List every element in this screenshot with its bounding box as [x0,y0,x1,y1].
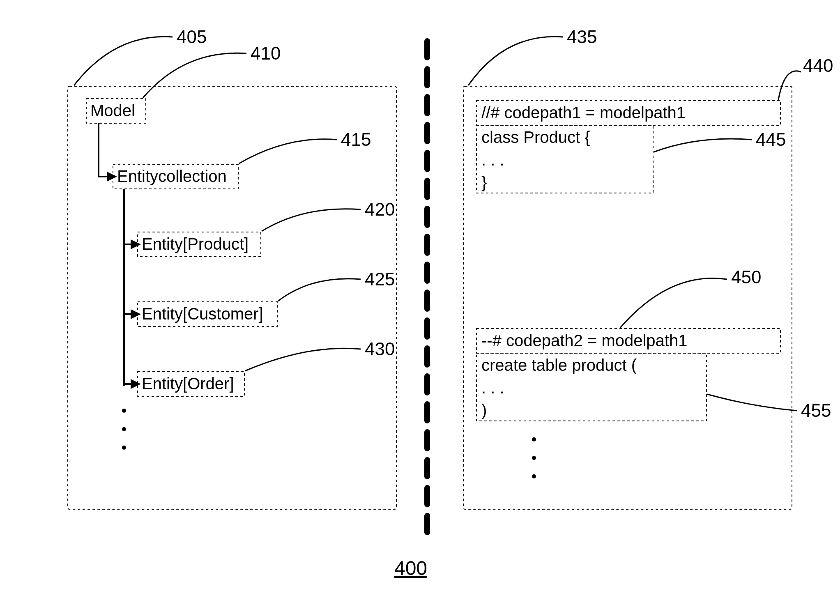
class-line: class Product { [481,128,590,146]
entity-order-label: Entity[Order] [142,375,234,393]
leader-445 [654,139,752,152]
model-label: Model [90,101,135,120]
leader-440 [778,71,801,100]
svg-point-6 [122,409,126,413]
arrowhead-ec [107,172,117,182]
ref-440: 440 [803,55,833,76]
left-panel-box [68,86,396,509]
leader-410 [143,53,246,98]
leader-415 [239,139,337,163]
ref-420: 420 [365,199,395,219]
figure-number: 400 [394,557,427,579]
ref-445: 445 [756,129,786,149]
svg-point-11 [532,474,536,478]
svg-marker-5 [131,379,141,389]
svg-marker-3 [131,309,141,319]
ref-450: 450 [731,267,761,287]
svg-point-9 [532,437,536,441]
leader-425 [278,279,361,301]
leader-435 [468,37,563,85]
diagram-figure: 405 Model 410 Entitycollection 415 Entit… [0,0,840,616]
sql-close: ) [481,401,487,419]
leader-450 [620,278,727,328]
codepath1-annotation: //# codepath1 = modelpath1 [481,103,686,122]
leader-430 [245,348,361,371]
codepath2-annotation: --# codepath2 = modelpath1 [481,331,687,349]
svg-point-8 [122,446,126,450]
entity-customer-label: Entity[Customer] [142,305,263,323]
leader-420 [262,209,361,231]
ref-430: 430 [365,339,395,359]
right-panel-box [463,86,792,509]
ref-455: 455 [801,400,831,421]
svg-point-7 [122,427,126,431]
sql-line: create table product ( [481,356,637,374]
ref-435: 435 [567,27,597,47]
connector-model-ec [99,123,107,177]
ref-425: 425 [365,269,395,289]
ref-405: 405 [177,27,207,47]
entity-product-label: Entity[Product] [142,235,249,253]
sql-ellipsis: . . . [481,379,504,397]
svg-point-10 [532,456,536,460]
ref-410: 410 [251,43,281,63]
leader-455 [707,394,797,411]
class-ellipsis: . . . [481,151,504,169]
ref-415: 415 [341,129,371,149]
svg-marker-1 [131,239,141,249]
entitycollection-label: Entitycollection [117,167,227,185]
leader-405 [74,37,173,85]
class-close: } [481,173,487,191]
